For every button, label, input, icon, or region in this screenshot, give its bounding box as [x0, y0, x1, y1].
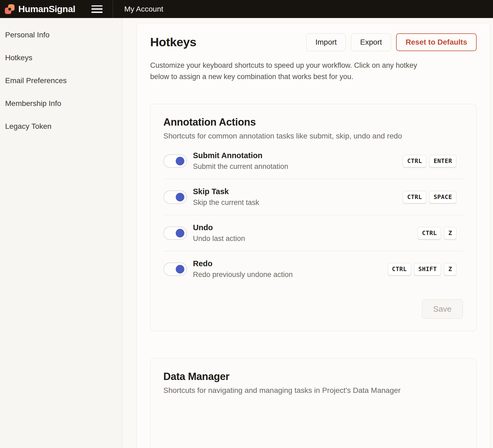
hotkey-row-submit-annotation: Submit Annotation Submit the current ann… — [163, 143, 463, 179]
keycap-ctrl[interactable]: CTRL — [418, 227, 441, 239]
hotkey-row-undo: Undo Undo last action CTRL Z — [163, 215, 463, 251]
keycap-ctrl[interactable]: CTRL — [403, 191, 426, 203]
hotkey-description: Submit the current annotation — [193, 162, 288, 171]
data-manager-subtitle: Shortcuts for navigating and managing ta… — [163, 386, 463, 395]
hotkeys-description: Customize your keyboard shortcuts to spe… — [150, 60, 434, 82]
hotkey-row-text: Skip Task Skip the current task — [193, 187, 259, 207]
reset-to-defaults-button[interactable]: Reset to Defaults — [396, 33, 477, 51]
sidebar-item-email-preferences[interactable]: Email Preferences — [0, 69, 122, 92]
hotkeys-panel: Hotkeys Import Export Reset to Defaults … — [136, 23, 490, 448]
sidebar-item-hotkeys[interactable]: Hotkeys — [0, 46, 122, 69]
hotkey-description: Undo last action — [193, 234, 245, 243]
hotkey-key-combo: CTRL Z — [418, 227, 456, 239]
humansignal-logo[interactable]: HumanSignal — [0, 4, 75, 14]
import-button[interactable]: Import — [306, 33, 346, 51]
hotkey-row-redo: Redo Redo previously undone action CTRL … — [163, 251, 463, 287]
hotkey-title: Redo — [193, 259, 293, 268]
skip-task-toggle[interactable] — [163, 190, 187, 204]
main-content: Hotkeys Import Export Reset to Defaults … — [122, 18, 493, 448]
annotation-actions-subtitle: Shortcuts for common annotation tasks li… — [163, 132, 463, 140]
humansignal-logo-icon — [5, 4, 15, 14]
annotation-actions-card: Annotation Actions Shortcuts for common … — [150, 104, 477, 331]
data-manager-title: Data Manager — [163, 371, 463, 382]
toggle-knob — [176, 193, 184, 201]
sidebar-item-legacy-token[interactable]: Legacy Token — [0, 115, 122, 138]
hotkey-row-text: Undo Undo last action — [193, 223, 245, 243]
redo-toggle[interactable] — [163, 262, 187, 276]
submit-annotation-toggle[interactable] — [163, 154, 187, 168]
top-bar: HumanSignal My Account — [0, 0, 493, 18]
keycap-shift[interactable]: SHIFT — [414, 263, 441, 275]
hotkey-title: Undo — [193, 223, 245, 232]
keycap-z[interactable]: Z — [444, 227, 456, 239]
keycap-ctrl[interactable]: CTRL — [403, 155, 426, 167]
keycap-z[interactable]: Z — [444, 263, 456, 275]
page-breadcrumb-title: My Account — [124, 5, 163, 13]
hotkey-key-combo: CTRL ENTER — [403, 155, 456, 167]
hotkey-title: Skip Task — [193, 187, 259, 196]
sidebar-item-personal-info[interactable]: Personal Info — [0, 23, 122, 46]
hotkey-row-skip-task: Skip Task Skip the current task CTRL SPA… — [163, 179, 463, 215]
annotation-actions-title: Annotation Actions — [163, 116, 463, 128]
hotkeys-header: Hotkeys Import Export Reset to Defaults — [150, 33, 477, 51]
undo-toggle[interactable] — [163, 226, 187, 240]
hotkey-title: Submit Annotation — [193, 151, 288, 160]
sidebar-item-membership-info[interactable]: Membership Info — [0, 92, 122, 115]
save-button[interactable]: Save — [422, 299, 463, 319]
keycap-space[interactable]: SPACE — [429, 191, 456, 203]
topbar-divider — [113, 0, 113, 18]
brand-name: HumanSignal — [18, 4, 75, 14]
hotkey-row-text: Redo Redo previously undone action — [193, 259, 293, 279]
hotkey-description: Redo previously undone action — [193, 271, 293, 279]
data-manager-card: Data Manager Shortcuts for navigating an… — [150, 358, 477, 448]
hotkey-key-combo: CTRL SPACE — [403, 191, 456, 203]
save-row: Save — [163, 299, 463, 319]
menu-hamburger-icon[interactable] — [91, 5, 103, 13]
hotkey-row-text: Submit Annotation Submit the current ann… — [193, 151, 288, 171]
toggle-knob — [176, 265, 184, 273]
toggle-knob — [176, 157, 184, 165]
hotkey-description: Skip the current task — [193, 198, 259, 207]
export-button[interactable]: Export — [351, 33, 391, 51]
keycap-enter[interactable]: ENTER — [429, 155, 456, 167]
hotkeys-header-actions: Import Export Reset to Defaults — [306, 33, 477, 51]
hotkeys-title: Hotkeys — [150, 35, 196, 49]
toggle-knob — [176, 229, 184, 237]
account-sidebar: Personal Info Hotkeys Email Preferences … — [0, 18, 122, 448]
hotkey-rows: Submit Annotation Submit the current ann… — [163, 143, 463, 287]
keycap-ctrl[interactable]: CTRL — [388, 263, 411, 275]
hotkey-key-combo: CTRL SHIFT Z — [388, 263, 456, 275]
